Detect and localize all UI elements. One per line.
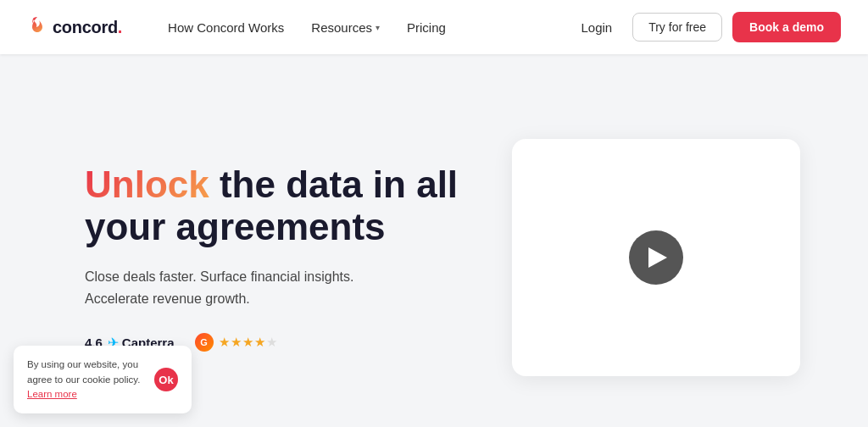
hero-content: Unlock the data in all your agreements C…	[85, 164, 461, 352]
g2-rating: G ★★★★★	[195, 333, 278, 352]
try-for-free-button[interactable]: Try for free	[632, 13, 722, 42]
cookie-learn-more-link[interactable]: Learn more	[27, 389, 77, 399]
login-button[interactable]: Login	[570, 14, 622, 42]
g2-logo: G	[195, 333, 214, 352]
brand-name: concord.	[53, 18, 122, 37]
hero-video-area	[512, 139, 800, 376]
hero-subtitle: Close deals faster. Surface financial in…	[85, 266, 461, 309]
play-icon	[648, 247, 667, 268]
nav-how-concord-works[interactable]: How Concord Works	[156, 14, 296, 42]
book-demo-button[interactable]: Book a demo	[732, 12, 841, 42]
play-button[interactable]	[629, 230, 683, 285]
g2-stars: ★★★★★	[219, 335, 278, 350]
cookie-ok-button[interactable]: Ok	[154, 368, 178, 391]
concord-logo-icon	[27, 15, 47, 39]
cookie-text: By using our website, you agree to our c…	[27, 358, 146, 402]
video-card[interactable]	[512, 139, 800, 376]
hero-title: Unlock the data in all your agreements	[85, 164, 461, 249]
chevron-down-icon: ▾	[376, 23, 380, 32]
hero-title-highlight: Unlock	[85, 164, 209, 205]
logo[interactable]: concord.	[27, 15, 122, 39]
nav-links: How Concord Works Resources ▾ Pricing	[156, 14, 570, 42]
nav-right: Login Try for free Book a demo	[570, 12, 841, 42]
nav-pricing[interactable]: Pricing	[395, 14, 458, 42]
navbar: concord. How Concord Works Resources ▾ P…	[0, 0, 868, 54]
cookie-banner: By using our website, you agree to our c…	[14, 346, 192, 413]
nav-resources[interactable]: Resources ▾	[299, 14, 392, 42]
